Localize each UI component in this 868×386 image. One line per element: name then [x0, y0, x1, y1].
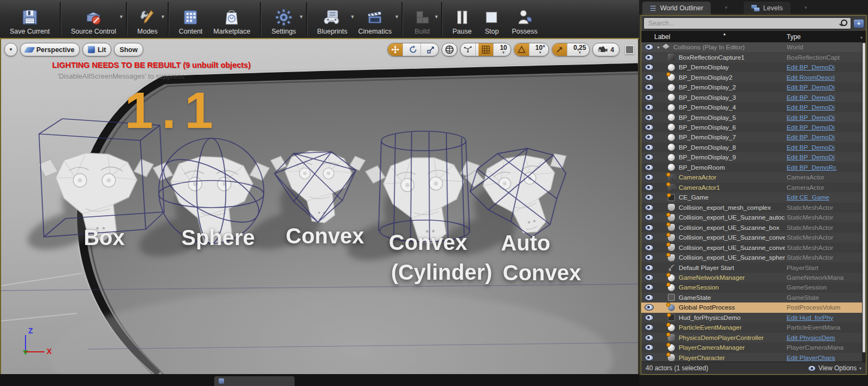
outliner-actor-row[interactable]: BP_DemoDisplay_5Edit BP_DemoDi — [641, 112, 866, 122]
outliner-actor-row[interactable]: CameraActorCameraActor — [641, 172, 866, 182]
outliner-actor-row[interactable]: Collision_export_UE_Suzanne_boxStaticMes… — [641, 222, 866, 232]
angle-snap-toggle[interactable] — [514, 43, 529, 56]
chevron-down-icon[interactable]: ▼ — [434, 14, 439, 20]
visibility-eye-icon[interactable] — [644, 224, 654, 231]
outliner-actor-row[interactable]: BP_DemoDisplay_6Edit BP_DemoDi — [641, 123, 866, 132]
sort-ascending-icon[interactable]: ▲ — [723, 32, 726, 36]
outliner-actor-row[interactable]: BP_DemoDisplay_4Edit BP_DemoDi — [641, 102, 866, 112]
outliner-actor-row[interactable]: GameSessionGameSession — [641, 282, 866, 292]
cinematics-button[interactable]: Cinematics▼ — [353, 0, 397, 38]
outliner-actor-row[interactable]: BP_DemoDisplay_7Edit BP_DemoDi — [641, 132, 866, 142]
actor-edit-link[interactable]: Edit BP_DemoDi — [787, 104, 861, 111]
tab-caret[interactable]: ▾ — [725, 5, 727, 10]
scale-snap-value[interactable]: 0,25▾ — [570, 43, 589, 56]
visibility-eye-icon[interactable] — [644, 245, 654, 251]
visibility-eye-icon[interactable] — [644, 134, 654, 140]
outliner-actor-row[interactable]: CameraActor1CameraActor — [641, 183, 866, 192]
visibility-eye-icon[interactable] — [644, 344, 654, 351]
scale-snap-toggle[interactable] — [552, 43, 567, 56]
visibility-eye-icon[interactable] — [644, 324, 654, 331]
column-label[interactable]: Label — [654, 33, 670, 41]
outliner-actor-row[interactable]: Default Player StartPlayerStart — [641, 262, 866, 272]
outliner-actor-row[interactable]: BP_DemoRoomEdit BP_DemoRc — [641, 163, 866, 172]
rotate-tool-button[interactable] — [406, 43, 421, 56]
source-control-button[interactable]: Source Control▼ — [66, 0, 122, 38]
angle-snap-value[interactable]: 10°▾ — [532, 43, 548, 56]
actor-edit-link[interactable]: Edit BP_DemoDi — [787, 94, 861, 101]
visibility-eye-icon[interactable] — [644, 294, 654, 301]
view-options-button[interactable]: View Options ▾ — [808, 364, 862, 372]
visibility-eye-icon[interactable] — [644, 254, 654, 261]
outliner-actor-row[interactable]: PlayerCameraManagerPlayerCameraMana — [641, 343, 866, 352]
visibility-eye-icon[interactable] — [644, 234, 654, 241]
visibility-eye-icon[interactable] — [644, 74, 654, 81]
camera-speed-button[interactable]: 4 — [592, 43, 620, 56]
actor-edit-link[interactable]: Edit BP_DemoDi — [787, 124, 861, 131]
outliner-actor-row[interactable]: BP_DemoDisplay_2Edit BP_DemoDi — [641, 82, 866, 92]
actor-edit-link[interactable]: Edit BP_DemoDi — [787, 83, 861, 91]
outliner-actor-row[interactable]: GameNetworkManagerGameNetworkMana — [641, 273, 866, 282]
visibility-eye-icon[interactable] — [644, 284, 654, 291]
search-input[interactable]: Search... — [643, 17, 851, 29]
outliner-actor-row[interactable]: Collision_export_UE_Suzanne_sphereStatic… — [641, 253, 866, 262]
outliner-actor-row[interactable]: PhysicsDemoPlayerControllerEdit PhysicsD… — [641, 333, 866, 343]
visibility-eye-icon[interactable] — [644, 204, 654, 211]
content-button[interactable]: Content — [174, 0, 208, 38]
visibility-eye-icon[interactable] — [644, 64, 654, 70]
viewport-options-button[interactable]: ▼ — [4, 43, 17, 56]
visibility-eye-icon[interactable] — [644, 314, 654, 321]
outliner-actor-row[interactable]: BP_DemoDisplay_8Edit BP_DemoDi — [641, 143, 866, 152]
visibility-eye-icon[interactable] — [644, 124, 654, 131]
tab-levels[interactable]: Levels — [744, 2, 790, 15]
scale-tool-button[interactable] — [424, 43, 438, 56]
actor-edit-link[interactable]: Edit BP_DemoDi — [787, 144, 861, 151]
visibility-eye-icon[interactable] — [644, 94, 654, 101]
visibility-eye-icon[interactable] — [644, 104, 654, 111]
outliner-actor-row[interactable]: Collision_export_UE_Suzanne_autocoStatic… — [641, 213, 866, 222]
modes-button[interactable]: Modes▼ — [132, 0, 163, 38]
outliner-actor-row[interactable]: BP_DemoDisplayEdit BP_DemoDi — [641, 62, 866, 72]
grid-snap-toggle[interactable] — [478, 43, 494, 56]
actor-edit-link[interactable]: Edit CE_Game — [787, 194, 861, 201]
actor-edit-link[interactable]: Edit RoomDescri — [787, 74, 861, 81]
scrollbar[interactable] — [862, 42, 866, 362]
tab-caret[interactable]: ▾ — [805, 5, 807, 10]
lit-mode-button[interactable]: Lit — [82, 43, 111, 56]
perspective-button[interactable]: Perspective — [20, 43, 80, 56]
visibility-eye-icon[interactable] — [644, 274, 654, 281]
world-local-toggle[interactable] — [442, 43, 457, 56]
visibility-eye-icon[interactable] — [644, 44, 654, 50]
visibility-eye-icon[interactable] — [644, 265, 654, 271]
surface-snap-button[interactable] — [461, 43, 476, 56]
actor-edit-link[interactable]: Edit BP_DemoDi — [787, 153, 861, 161]
visibility-eye-icon[interactable] — [644, 355, 654, 361]
outliner-actor-row[interactable]: Global PostProcessPostProcessVolum — [641, 303, 866, 312]
maximize-viewport-button[interactable] — [625, 45, 634, 54]
actor-edit-link[interactable]: Edit BP_DemoDi — [787, 133, 861, 141]
move-tool-button[interactable] — [388, 43, 403, 56]
outliner-actor-row[interactable]: BP_DemoDisplay2Edit RoomDescri — [641, 72, 866, 82]
save-current-button[interactable]: Save Current — [4, 0, 55, 38]
outliner-world-row[interactable]: ▼Collisions (Play In Editor)World — [641, 42, 866, 52]
visibility-eye-icon[interactable] — [644, 164, 654, 171]
outliner-actor-row[interactable]: BoxReflectionCapture1BoxReflectionCapt — [641, 52, 866, 62]
chevron-down-icon[interactable]: ▼ — [119, 14, 124, 20]
chevron-down-icon[interactable]: ▼ — [394, 14, 399, 20]
marketplace-button[interactable]: Marketplace — [208, 0, 256, 38]
outliner-actor-row[interactable]: Collision_export_UE_Suzanne_convexStatic… — [641, 233, 866, 242]
visibility-eye-icon[interactable] — [644, 154, 654, 160]
outliner-actor-row[interactable]: ParticleEventManagerParticleEventMana — [641, 323, 866, 332]
outliner-actor-row[interactable]: Collision_export_mesh_complexStaticMeshA… — [641, 203, 866, 213]
actor-edit-link[interactable]: Edit PhysicsDem — [787, 334, 861, 342]
chevron-down-icon[interactable]: ▼ — [299, 14, 304, 20]
settings-button[interactable]: Settings▼ — [266, 0, 301, 38]
blueprints-button[interactable]: Blueprints▼ — [312, 0, 353, 38]
tab-world-outliner[interactable]: ☰ World Outliner — [642, 2, 711, 15]
outliner-actor-row[interactable]: Collision_export_UE_Suzanne_convexStatic… — [641, 242, 866, 252]
viewport-3d[interactable]: LIGHTING NEEDS TO BE REBUILT (9 unbuilt … — [0, 39, 639, 374]
actor-edit-link[interactable]: Edit BP_DemoDi — [787, 114, 861, 121]
visibility-eye-icon[interactable] — [644, 334, 654, 341]
scrollbar-thumb[interactable] — [863, 43, 865, 352]
visibility-eye-icon[interactable] — [644, 214, 654, 221]
actor-edit-link[interactable]: Edit PlayerChara — [787, 354, 861, 362]
